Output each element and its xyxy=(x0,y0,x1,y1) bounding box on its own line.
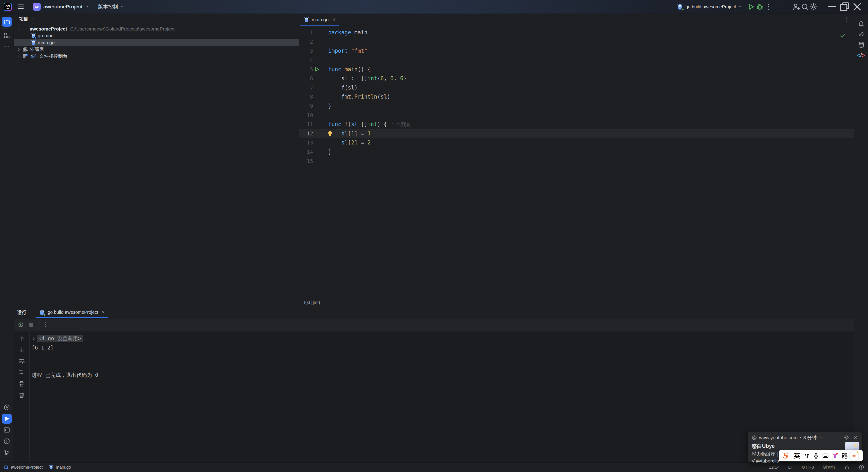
code-line[interactable]: 11func f(sl []int) {1 个用法 xyxy=(299,120,854,129)
notifications-status-button[interactable] xyxy=(859,464,864,470)
terminal-tool-button[interactable] xyxy=(2,425,12,435)
run-tab[interactable]: go build awesomeProject ✕ xyxy=(35,306,108,318)
statusbar-file[interactable]: main.go xyxy=(56,465,71,470)
code-line[interactable]: 6 sl := []int{6, 6, 6} xyxy=(299,74,854,83)
run-button[interactable] xyxy=(747,2,755,11)
project-tool-button[interactable] xyxy=(2,17,12,27)
editor-breadcrumb[interactable]: f(sl []int) xyxy=(299,299,854,306)
chevron-down-icon[interactable] xyxy=(30,17,34,21)
prev-occurrence-button[interactable] xyxy=(18,335,25,342)
restore-button[interactable] xyxy=(838,2,851,11)
statusbar-widget[interactable]: UTF-8 xyxy=(802,465,814,470)
chevron-right-icon[interactable] xyxy=(16,54,22,59)
run-line-icon[interactable] xyxy=(314,66,320,72)
project-avatar[interactable]: AP xyxy=(33,3,41,11)
code-line[interactable]: 15 xyxy=(299,156,854,166)
services-tool-button[interactable] xyxy=(2,402,12,412)
console-options-button[interactable] xyxy=(42,321,49,328)
ai-assistant-tool-button[interactable] xyxy=(856,29,866,39)
sogou-mascot-button[interactable]: ✦ xyxy=(849,451,859,460)
tab-close-icon[interactable]: ✕ xyxy=(332,17,336,22)
close-button[interactable] xyxy=(851,2,864,11)
code-area[interactable]: 1package main23import "fmt"45func main()… xyxy=(299,26,854,299)
code-line[interactable]: 4 xyxy=(299,56,854,65)
notification-dot: • xyxy=(800,435,801,440)
skin-button[interactable] xyxy=(831,451,839,460)
inspection-check-icon[interactable] xyxy=(839,32,846,39)
statusbar-widget[interactable]: 12:14 xyxy=(769,465,780,470)
code-line[interactable]: 2 xyxy=(299,37,854,46)
folded-output-chip[interactable]: <4 go 设置调用> xyxy=(37,335,83,342)
lightbulb-icon[interactable] xyxy=(327,130,333,137)
debug-button[interactable] xyxy=(755,2,764,11)
tree-item[interactable]: 临时文件和控制台 xyxy=(14,53,299,59)
notification-title: 悠白Ubye xyxy=(752,443,858,450)
fold-chevron-icon[interactable] xyxy=(32,336,36,341)
clear-all-button[interactable] xyxy=(18,392,25,399)
code-line[interactable]: 8 fmt.Println(sl) xyxy=(299,92,854,101)
notification-close-icon[interactable] xyxy=(852,435,858,440)
tree-item[interactable]: main.go xyxy=(14,39,299,46)
line-number: 15 xyxy=(299,158,313,164)
scroll-to-end-button[interactable] xyxy=(18,369,25,376)
next-occurrence-button[interactable] xyxy=(18,347,25,353)
sogou-logo-icon[interactable]: S xyxy=(780,451,789,460)
main-menu-button[interactable] xyxy=(18,2,27,11)
project-selector[interactable]: awesomeProject xyxy=(43,4,89,10)
add-user-button[interactable] xyxy=(792,2,801,11)
punctuation-toggle[interactable] xyxy=(802,451,811,460)
run-tab-close-icon[interactable]: ✕ xyxy=(101,310,105,315)
minimize-button[interactable] xyxy=(826,2,838,11)
chevron-right-icon[interactable] xyxy=(16,47,22,52)
soft-keyboard-button[interactable] xyxy=(821,451,830,460)
code-line[interactable]: 1package main xyxy=(299,28,854,37)
statusbar-project[interactable]: awesomeProject xyxy=(11,465,42,470)
run-configuration-selector[interactable]: go build awesomeProject xyxy=(677,3,742,10)
console[interactable]: <4 go 设置调用>[6 1 2]进程 已完成，退出代码为 0 xyxy=(14,332,854,462)
statusbar-widget[interactable]: LF xyxy=(788,465,793,470)
tree-item[interactable]: awesomeProjectC:\Users\meowr\GolandProje… xyxy=(14,26,299,32)
gopher-icon xyxy=(49,465,54,470)
code-line[interactable]: 12 sl[1] = 1 xyxy=(299,129,854,138)
console-gutter xyxy=(14,332,30,462)
endpoints-tool-button[interactable]: </> xyxy=(856,51,866,60)
voice-input-button[interactable] xyxy=(811,451,820,460)
statusbar-widget[interactable]: 制表符 xyxy=(823,464,835,470)
more-tools-button[interactable] xyxy=(2,41,12,51)
toolbox-button[interactable] xyxy=(840,451,849,460)
console-lines: <4 go 设置调用>[6 1 2]进程 已完成，退出代码为 0 xyxy=(30,332,854,462)
code-line[interactable]: 13 sl[2] = 2 xyxy=(299,138,854,147)
soft-wrap-button[interactable] xyxy=(18,358,25,365)
code-line[interactable]: 3import "fmt" xyxy=(299,46,854,56)
structure-tool-button[interactable] xyxy=(2,31,12,40)
search-everywhere-button[interactable] xyxy=(801,2,809,11)
readonly-toggle[interactable] xyxy=(844,464,850,470)
tree-item[interactable]: go.mod xyxy=(14,32,299,39)
stop-button[interactable] xyxy=(28,321,35,328)
tree-item[interactable]: 外部库 xyxy=(14,46,299,53)
version-control-tool-button[interactable] xyxy=(2,448,12,458)
code-line[interactable]: 10 xyxy=(299,111,854,120)
database-tool-button[interactable] xyxy=(856,40,866,50)
code-line[interactable]: 9} xyxy=(299,101,854,111)
notifications-tool-button[interactable] xyxy=(856,19,866,29)
problems-tool-button[interactable] xyxy=(2,436,12,446)
code-line[interactable]: 5func main() { xyxy=(299,65,854,74)
rerun-button[interactable] xyxy=(18,321,24,328)
code-line[interactable]: 14} xyxy=(299,147,854,157)
vcs-widget[interactable]: 版本控制 xyxy=(98,3,124,10)
more-actions-button[interactable] xyxy=(764,2,773,11)
code-line[interactable]: 7 f(sl) xyxy=(299,83,854,92)
editor-options-button[interactable] xyxy=(843,16,849,23)
tab-main-go[interactable]: main.go ✕ xyxy=(299,14,340,26)
chevron-down-icon[interactable] xyxy=(16,27,22,31)
chevron-up-icon[interactable] xyxy=(819,435,824,440)
run-tool-button[interactable] xyxy=(2,414,12,423)
print-button[interactable] xyxy=(18,380,25,387)
problems-icon xyxy=(3,438,10,445)
chevron-down-icon xyxy=(85,5,89,8)
ime-language-mode[interactable]: 英 xyxy=(793,451,802,460)
line-number: 12 xyxy=(299,131,313,136)
settings-button[interactable] xyxy=(809,2,818,11)
notification-settings-icon[interactable] xyxy=(844,435,849,440)
